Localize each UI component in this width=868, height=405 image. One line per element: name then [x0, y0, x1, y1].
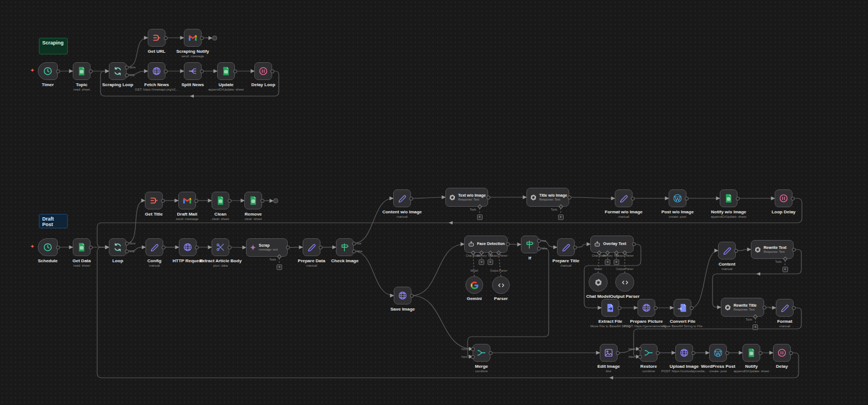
node-prepare-data[interactable]: [303, 238, 320, 256]
output-port[interactable]: [410, 294, 414, 298]
node-scrap[interactable]: Scrapmessage: text: [246, 238, 288, 257]
node-config[interactable]: [145, 238, 163, 256]
output-port[interactable]: [725, 351, 729, 355]
node-check-image[interactable]: [336, 238, 354, 256]
node-format-wo-image[interactable]: [615, 189, 633, 207]
node-convert-file[interactable]: [674, 299, 691, 317]
output-port[interactable]: [691, 351, 695, 355]
node-overlay-text[interactable]: Overlay Text: [590, 236, 634, 253]
node-wordpress-post[interactable]: [709, 344, 727, 362]
node-schedule[interactable]: [38, 238, 58, 256]
node-fetch-news[interactable]: [148, 62, 165, 80]
output-port[interactable]: [125, 249, 129, 253]
input-port[interactable]: [638, 347, 642, 351]
output-port[interactable]: [792, 248, 796, 252]
output-port[interactable]: [89, 246, 93, 249]
output-port[interactable]: [56, 69, 60, 73]
output-port[interactable]: [489, 351, 493, 355]
node-loop[interactable]: [109, 238, 127, 256]
output-port[interactable]: [618, 306, 621, 310]
node-output-parser[interactable]: [615, 273, 634, 292]
output-port[interactable]: [286, 246, 290, 249]
output-port[interactable]: [228, 199, 232, 203]
input-port[interactable]: [638, 355, 642, 359]
input-port[interactable]: [471, 347, 475, 351]
node-prepare-title[interactable]: [557, 238, 575, 256]
output-port[interactable]: [792, 306, 796, 310]
output-port[interactable]: [690, 306, 694, 310]
node-rewrite-title[interactable]: Rewrite TitleResponse: Text: [721, 298, 764, 317]
node-extract-article-body[interactable]: [212, 238, 229, 256]
add-node-button[interactable]: +: [477, 214, 483, 220]
node-gemini[interactable]: [465, 276, 483, 294]
output-port[interactable]: [125, 73, 129, 77]
node-save-image[interactable]: [394, 287, 412, 304]
node-merge[interactable]: [473, 344, 490, 362]
output-port[interactable]: [260, 199, 264, 203]
output-port[interactable]: [632, 242, 636, 246]
output-port[interactable]: [734, 249, 738, 253]
node-restore[interactable]: [640, 344, 658, 362]
output-port[interactable]: [164, 69, 168, 73]
output-port[interactable]: [736, 197, 740, 201]
node-scraping-loop[interactable]: [109, 62, 127, 80]
add-node-button[interactable]: +: [782, 267, 788, 272]
output-port[interactable]: [537, 239, 541, 243]
output-port[interactable]: [616, 351, 620, 355]
node-text-wo-image[interactable]: Text w/o ImageResponse: Text: [445, 188, 488, 207]
node-get-url[interactable]: [148, 29, 165, 47]
output-port[interactable]: [568, 196, 571, 199]
node-delay-loop[interactable]: [254, 62, 272, 80]
node-split-news[interactable]: [184, 62, 202, 80]
output-port[interactable]: [352, 242, 356, 246]
output-port[interactable]: [654, 306, 658, 310]
node-get-data[interactable]: [73, 238, 91, 256]
output-port[interactable]: [573, 246, 577, 249]
output-port[interactable]: [164, 36, 168, 40]
node-extract-file[interactable]: [601, 299, 619, 317]
node-chat-model[interactable]: [589, 273, 608, 292]
output-port[interactable]: [194, 199, 198, 203]
node-loop-delay[interactable]: [775, 189, 792, 207]
node-timer[interactable]: [38, 62, 58, 80]
input-port[interactable]: [471, 355, 475, 359]
node-post-wo-image[interactable]: [669, 189, 686, 207]
output-port[interactable]: [537, 247, 541, 251]
output-port[interactable]: [233, 69, 237, 73]
add-node-button[interactable]: +: [605, 259, 610, 265]
output-port[interactable]: [125, 66, 129, 69]
output-port[interactable]: [685, 197, 689, 201]
node-notify[interactable]: [742, 344, 760, 362]
node-get-title[interactable]: [145, 192, 163, 209]
node-title-wo-image[interactable]: Title w/o ImageResponse: Text: [526, 188, 569, 207]
add-node-button[interactable]: +: [558, 214, 564, 220]
node-scraping-notify[interactable]: [184, 29, 202, 47]
output-port[interactable]: [656, 351, 660, 355]
output-port[interactable]: [791, 197, 795, 201]
output-port[interactable]: [125, 242, 129, 246]
node-dot2[interactable]: [273, 198, 278, 203]
node-format[interactable]: [776, 299, 794, 317]
output-port[interactable]: [319, 246, 323, 249]
sticky-note-draft-post[interactable]: Draft Post: [39, 214, 68, 228]
output-port[interactable]: [200, 69, 204, 73]
node-clean[interactable]: [212, 192, 229, 209]
add-node-button[interactable]: +: [752, 324, 758, 330]
sticky-note-scraping[interactable]: Scraping: [39, 38, 68, 54]
output-port[interactable]: [161, 199, 165, 203]
output-port[interactable]: [409, 197, 413, 201]
node-content-wo-image[interactable]: [393, 189, 411, 207]
output-port[interactable]: [762, 306, 766, 309]
add-node-button[interactable]: +: [488, 259, 493, 265]
node-delay[interactable]: [773, 344, 791, 362]
node-rewrite-text[interactable]: Rewrite TextResponse: Text: [751, 240, 794, 259]
output-port[interactable]: [759, 351, 762, 355]
output-port[interactable]: [200, 36, 204, 40]
output-port[interactable]: [631, 197, 635, 201]
output-port[interactable]: [162, 246, 165, 249]
node-content[interactable]: [718, 242, 736, 259]
add-node-button[interactable]: +: [277, 264, 282, 270]
output-port[interactable]: [506, 242, 510, 246]
workflow-canvas[interactable]: ScrapingDraft PostTimerTopicread: sheetS…: [0, 0, 868, 405]
node-upload-image[interactable]: [675, 344, 693, 362]
